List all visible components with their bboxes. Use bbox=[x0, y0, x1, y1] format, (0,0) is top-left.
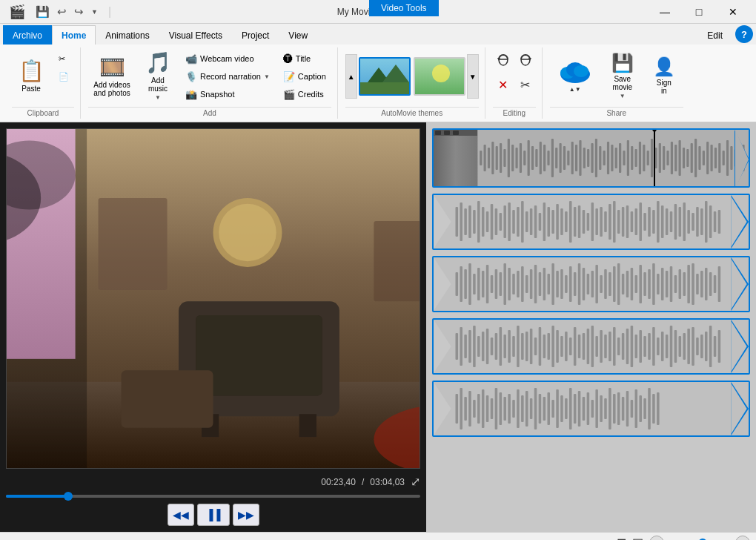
cloud-save-button[interactable]: ▲▼ bbox=[550, 50, 600, 101]
svg-rect-215 bbox=[652, 263, 655, 305]
themes-scroll-down-button[interactable]: ▼ bbox=[467, 54, 479, 99]
svg-rect-334 bbox=[604, 398, 607, 419]
svg-rect-160 bbox=[696, 207, 699, 237]
svg-rect-62 bbox=[583, 148, 586, 168]
svg-rect-53 bbox=[547, 151, 549, 165]
preview-scrubber[interactable] bbox=[6, 495, 420, 498]
caption-button[interactable]: 📝 Caption bbox=[278, 68, 331, 85]
theme-preview-1 bbox=[360, 59, 409, 94]
rewind-button[interactable]: ◀◀ bbox=[168, 504, 194, 526]
svg-rect-227 bbox=[705, 268, 708, 300]
timeline-clip-2[interactable] bbox=[432, 194, 750, 250]
svg-rect-194 bbox=[560, 269, 563, 299]
timeline-clip-5[interactable] bbox=[432, 381, 750, 437]
svg-rect-116 bbox=[503, 205, 506, 238]
timeline-clip-4[interactable] bbox=[432, 318, 750, 375]
svg-rect-61 bbox=[579, 140, 581, 176]
svg-rect-181 bbox=[503, 263, 506, 305]
credits-button[interactable]: 🎬 Credits bbox=[278, 86, 331, 102]
remove-button[interactable]: ✕ bbox=[493, 74, 514, 95]
svg-rect-214 bbox=[648, 269, 651, 299]
timeline-clip-1[interactable] bbox=[432, 128, 750, 188]
svg-rect-108 bbox=[468, 205, 471, 238]
ribbon: Archivo Home Animations Visual Effects P… bbox=[0, 24, 756, 122]
qat-dropdown-btn[interactable]: ▼ bbox=[88, 7, 101, 17]
svg-rect-63 bbox=[587, 149, 589, 167]
tab-project[interactable]: Project bbox=[232, 25, 279, 45]
timeline-clip-3[interactable] bbox=[432, 256, 750, 312]
svg-rect-320 bbox=[543, 397, 546, 421]
title-button[interactable]: 🅣 Title bbox=[278, 50, 331, 67]
svg-rect-240 bbox=[477, 336, 480, 357]
snapshot-button[interactable]: 📸 Snapshot bbox=[180, 86, 275, 102]
svg-rect-256 bbox=[547, 333, 550, 360]
maximize-button[interactable]: □ bbox=[682, 0, 716, 24]
copy-button[interactable]: 📄 bbox=[53, 68, 74, 85]
svg-rect-171 bbox=[460, 266, 462, 302]
rotate-left-button[interactable] bbox=[493, 50, 514, 71]
svg-rect-300 bbox=[456, 394, 459, 424]
svg-rect-48 bbox=[528, 140, 530, 176]
themes-scroll-up-button[interactable]: ▲ bbox=[345, 54, 357, 99]
svg-rect-25 bbox=[99, 198, 168, 290]
record-narration-button[interactable]: 🎙️ Record narration ▼ bbox=[180, 68, 275, 85]
expand-preview-button[interactable]: ⤢ bbox=[411, 475, 420, 489]
svg-rect-317 bbox=[530, 398, 533, 419]
timeline-view-icon[interactable]: ▤ bbox=[632, 536, 643, 540]
svg-rect-36 bbox=[480, 151, 482, 165]
video-tools-badge: Video Tools bbox=[369, 0, 439, 16]
add-videos-button[interactable]: 🎞️ Add videos and photos bbox=[88, 50, 136, 101]
svg-rect-133 bbox=[578, 205, 581, 238]
svg-rect-156 bbox=[679, 207, 682, 237]
timeline-scroll-area[interactable] bbox=[426, 122, 756, 532]
tab-archivo[interactable]: Archivo bbox=[3, 25, 52, 45]
svg-rect-307 bbox=[486, 395, 489, 422]
theme-item-2[interactable] bbox=[414, 57, 465, 96]
webcam-video-button[interactable]: 📹 Webcam video bbox=[180, 50, 275, 67]
zoom-out-button[interactable]: − bbox=[649, 536, 664, 541]
forward-button[interactable]: ▶▶ bbox=[233, 504, 259, 526]
svg-rect-70 bbox=[615, 148, 617, 168]
svg-rect-173 bbox=[468, 263, 471, 305]
svg-rect-331 bbox=[591, 400, 594, 418]
rotate-right-button[interactable] bbox=[515, 50, 536, 71]
tab-view[interactable]: View bbox=[279, 25, 317, 45]
sign-in-button[interactable]: 👤 Sign in bbox=[645, 50, 683, 101]
paste-label: Paste bbox=[21, 85, 41, 93]
add-music-button[interactable]: 🎵 Add music ▼ bbox=[139, 50, 177, 101]
svg-rect-267 bbox=[595, 336, 598, 357]
svg-rect-52 bbox=[543, 145, 546, 171]
title-icon: 🅣 bbox=[283, 53, 293, 65]
close-button[interactable]: ✕ bbox=[716, 0, 750, 24]
storyboard-view-icon[interactable]: ⊞ bbox=[617, 536, 626, 540]
tab-animations[interactable]: Animations bbox=[96, 25, 159, 45]
undo-qat-btn[interactable]: ↩ bbox=[54, 4, 70, 20]
save-qat-btn[interactable]: 💾 bbox=[33, 4, 53, 20]
trim-button[interactable]: ✂ bbox=[515, 74, 536, 95]
tab-home[interactable]: Home bbox=[52, 25, 96, 45]
svg-rect-98 bbox=[726, 140, 729, 176]
svg-rect-329 bbox=[583, 397, 586, 421]
play-pause-button[interactable]: ▐▐ bbox=[197, 504, 230, 526]
clip-1-waveform-svg bbox=[478, 130, 749, 186]
zoom-in-button[interactable]: + bbox=[735, 536, 750, 541]
svg-rect-333 bbox=[600, 395, 603, 422]
svg-rect-287 bbox=[683, 333, 686, 360]
save-movie-label: Save movie bbox=[612, 75, 632, 91]
svg-rect-123 bbox=[534, 205, 537, 238]
preview-scrubber-thumb[interactable] bbox=[64, 492, 73, 501]
theme-item-1[interactable] bbox=[359, 57, 411, 96]
cut-button[interactable]: ✂ bbox=[53, 50, 74, 67]
svg-rect-190 bbox=[543, 268, 546, 300]
svg-rect-75 bbox=[634, 149, 637, 167]
save-movie-button[interactable]: 💾 Save movie ▼ bbox=[603, 50, 642, 101]
tab-visual-effects[interactable]: Visual Effects bbox=[159, 25, 232, 45]
paste-button[interactable]: 📋 Paste bbox=[12, 50, 50, 101]
title-label: Title bbox=[296, 54, 311, 63]
tab-edit[interactable]: Edit bbox=[697, 25, 732, 45]
svg-rect-284 bbox=[670, 326, 673, 367]
minimize-button[interactable]: — bbox=[648, 0, 682, 24]
redo-qat-btn[interactable]: ↪ bbox=[71, 4, 87, 20]
help-button[interactable]: ? bbox=[735, 25, 753, 43]
svg-rect-276 bbox=[635, 335, 638, 358]
